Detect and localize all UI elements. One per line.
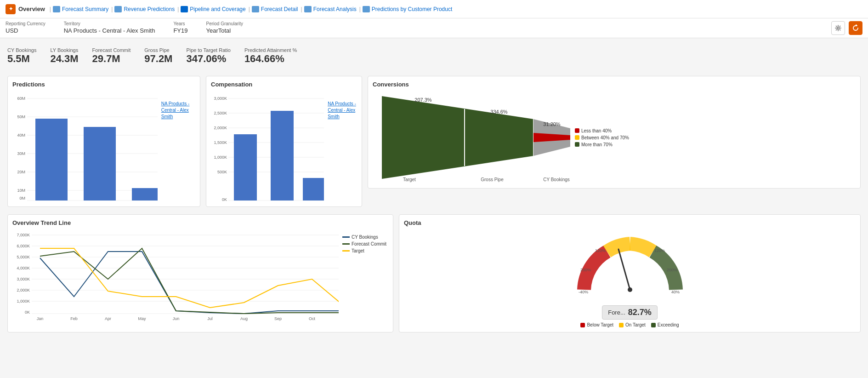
quota-title: Quota: [404, 219, 856, 226]
nav-bar: ✦ Overview | Forecast Summary | Revenue …: [0, 0, 868, 18]
svg-text:10M: 10M: [17, 188, 25, 193]
nav-forecast-detail[interactable]: Forecast Detail: [252, 6, 298, 12]
quota-card: Quota: [399, 214, 861, 332]
svg-text:6,000K: 6,000K: [17, 244, 30, 248]
conversions-title: Conversions: [373, 81, 856, 88]
predictions-title: Predictions: [12, 81, 195, 88]
trend-chart: 7,000K 6,000K 5,000K 4,000K 3,000K 2,000…: [12, 230, 339, 322]
legend-dot-yellow: [575, 135, 579, 140]
gauge-dot-on: [619, 323, 624, 327]
territory-value: NA Products - Central - Alex Smith: [64, 27, 155, 34]
trend-legend-target: Target: [342, 248, 388, 253]
trend-card: Overview Trend Line 7,000K 6,000K 5,000K…: [7, 214, 393, 332]
gauge-chart: -40% 40% 120% 120% 200% 200%: [570, 230, 690, 304]
svg-point-85: [628, 287, 632, 292]
trend-legend: CY Bookings Forecast Commit Target: [342, 235, 388, 322]
svg-text:20M: 20M: [17, 170, 25, 174]
bottom-row: Overview Trend Line 7,000K 6,000K 5,000K…: [7, 214, 861, 332]
svg-text:3,000K: 3,000K: [17, 277, 30, 281]
app-logo: ✦: [6, 4, 16, 14]
svg-text:-40%: -40%: [579, 290, 588, 294]
gauge-legend-below: Below Target: [580, 322, 613, 327]
currency-value: USD: [6, 27, 45, 34]
nav-overview[interactable]: Overview: [18, 6, 45, 12]
legend-between-40-70: Between 40% and 70%: [575, 135, 629, 140]
trend-title: Overview Trend Line: [12, 219, 388, 226]
kpi-pipe-target-value: 347.06%: [186, 53, 230, 65]
territory-label: Territory: [64, 21, 155, 26]
gauge-value-display: Fore... 82.7%: [602, 305, 658, 320]
gauge-percentage: 82.7%: [628, 308, 652, 317]
legend-less-40: Less than 40%: [575, 128, 629, 133]
conversions-card: Conversions: [368, 76, 861, 189]
svg-text:2,500K: 2,500K: [214, 111, 227, 115]
gauge-legend-exceeding: Exceeding: [651, 322, 679, 327]
nav-icon-forecast-summary: [53, 6, 60, 12]
svg-text:Jun: Jun: [173, 316, 180, 321]
trend-legend-cy-bookings: CY Bookings: [342, 235, 388, 240]
svg-text:0K: 0K: [222, 197, 227, 202]
refresh-button[interactable]: [849, 21, 862, 35]
gauge-wrap: -40% 40% 120% 120% 200% 200% Fore... 82.…: [404, 230, 856, 327]
legend-more-70: More than 70%: [575, 142, 629, 147]
gear-icon: [835, 25, 841, 31]
kpi-cy-bookings: CY Bookings 5.5M: [7, 47, 36, 65]
predictions-legend: NA Products - Central - Alex Smith: [161, 101, 195, 120]
svg-text:Jul: Jul: [207, 316, 213, 321]
kpi-row: CY Bookings 5.5M LY Bookings 24.3M Forec…: [7, 44, 861, 69]
svg-text:Sep: Sep: [274, 316, 282, 321]
svg-rect-37: [303, 178, 324, 200]
svg-text:Aug: Aug: [240, 316, 248, 321]
filter-bar: Reporting Currency USD Territory NA Prod…: [0, 18, 868, 38]
nav-forecast-analysis[interactable]: Forecast Analysis: [304, 6, 357, 12]
svg-text:50M: 50M: [17, 115, 25, 119]
gauge-label: Fore...: [608, 309, 625, 316]
svg-text:5,000K: 5,000K: [17, 255, 30, 259]
svg-text:1,500K: 1,500K: [214, 140, 227, 145]
svg-text:CY Bookings: CY Bookings: [543, 177, 570, 182]
filter-years: Years FY19: [173, 21, 187, 34]
nav-pipeline-coverage[interactable]: Pipeline and Coverage: [181, 6, 245, 12]
years-label: Years: [173, 21, 187, 26]
svg-text:Apr: Apr: [105, 316, 111, 321]
filter-currency: Reporting Currency USD: [6, 21, 45, 34]
trend-legend-forecast-commit: Forecast Commit: [342, 241, 388, 246]
nav-icon-predictions: [363, 6, 370, 12]
gauge-dot-below: [580, 323, 585, 327]
svg-text:334.6%: 334.6%: [490, 109, 508, 115]
kpi-predicted-attainment-value: 164.66%: [244, 53, 297, 65]
nav-revenue-predictions[interactable]: Revenue Predictions: [114, 6, 175, 12]
svg-text:May: May: [138, 316, 146, 321]
svg-point-0: [837, 27, 840, 29]
predictions-chart: 60M 50M 40M 30M 20M 10M 0M: [12, 92, 158, 202]
kpi-predicted-attainment: Predicted Attainment % 164.66%: [244, 47, 297, 65]
kpi-ly-bookings-value: 24.3M: [50, 53, 78, 65]
period-label: Period Granularity: [206, 21, 243, 26]
svg-rect-36: [271, 111, 294, 200]
svg-text:Gross Pipe: Gross Pipe: [481, 177, 504, 182]
svg-rect-16: [84, 127, 116, 200]
predictions-card: Predictions 60M 50M 40M 30M 20M 10M 0M: [7, 76, 200, 207]
period-value: YearTotal: [206, 27, 243, 34]
refresh-icon: [852, 24, 859, 32]
settings-button[interactable]: [831, 21, 845, 35]
svg-text:30M: 30M: [17, 151, 25, 156]
legend-dot-green: [575, 142, 579, 147]
svg-text:31.20%: 31.20%: [543, 121, 561, 127]
trend-line-cy: [342, 236, 350, 238]
nav-predictions-customer[interactable]: Predictions by Customer Product: [363, 6, 452, 12]
svg-text:0M: 0M: [19, 196, 25, 200]
nav-icon-pipeline: [181, 6, 188, 12]
svg-rect-35: [234, 134, 257, 200]
kpi-gross-pipe-label: Gross Pipe: [144, 47, 172, 53]
svg-rect-15: [35, 119, 68, 200]
svg-text:1,000K: 1,000K: [17, 299, 30, 304]
kpi-ly-bookings-label: LY Bookings: [50, 47, 78, 53]
trend-line-target: [342, 250, 350, 252]
svg-text:Rolling Forecast: Rolling Forecast: [236, 201, 260, 202]
kpi-forecast-commit: Forecast Commit 29.7M: [92, 47, 131, 65]
legend-dot-red: [575, 128, 579, 133]
nav-forecast-summary[interactable]: Forecast Summary: [53, 6, 108, 12]
trend-line-forecast: [342, 243, 350, 245]
kpi-cy-bookings-value: 5.5M: [7, 53, 36, 65]
